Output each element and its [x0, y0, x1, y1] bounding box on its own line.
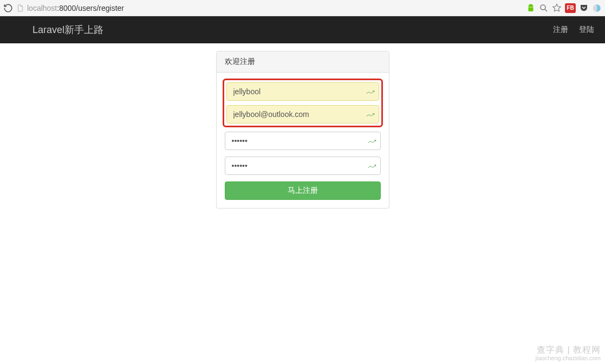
toolbar-icons: FB [526, 3, 602, 13]
panel-body: 马上注册 [217, 73, 389, 208]
password-row [225, 132, 381, 150]
android-icon[interactable] [526, 3, 536, 13]
password-confirm-row [225, 157, 381, 175]
svg-point-0 [541, 5, 545, 10]
browser-toolbar: localhost:8000/users/register FB [0, 0, 605, 16]
username-input[interactable] [226, 82, 379, 101]
email-input[interactable] [226, 105, 379, 123]
email-row [226, 105, 379, 123]
submit-button[interactable]: 马上注册 [225, 181, 381, 200]
pocket-icon[interactable] [579, 3, 589, 13]
password-input[interactable] [225, 132, 381, 150]
page-content: 欢迎注册 [0, 43, 605, 209]
nav-right: 注册 登陆 [553, 25, 594, 35]
address-bar[interactable]: localhost:8000/users/register [27, 4, 523, 12]
highlighted-autofill-group [223, 79, 383, 127]
zoom-icon[interactable] [539, 3, 549, 13]
extension-fb-icon[interactable]: FB [565, 3, 576, 13]
nav-link-login[interactable]: 登陆 [579, 25, 594, 35]
username-row [226, 82, 379, 101]
brand-title[interactable]: Laravel新手上路 [32, 23, 103, 36]
page-icon [16, 4, 24, 12]
password-confirm-input[interactable] [225, 157, 381, 175]
star-icon[interactable] [552, 3, 562, 13]
nav-link-register[interactable]: 注册 [553, 25, 568, 35]
url-host: localhost [27, 4, 57, 12]
panel-heading: 欢迎注册 [217, 51, 389, 73]
main-navbar: Laravel新手上路 注册 登陆 [0, 16, 605, 43]
reload-icon[interactable] [3, 3, 13, 13]
url-path: :8000/users/register [57, 4, 124, 12]
register-panel: 欢迎注册 [216, 51, 389, 209]
shield-icon[interactable] [592, 3, 602, 13]
